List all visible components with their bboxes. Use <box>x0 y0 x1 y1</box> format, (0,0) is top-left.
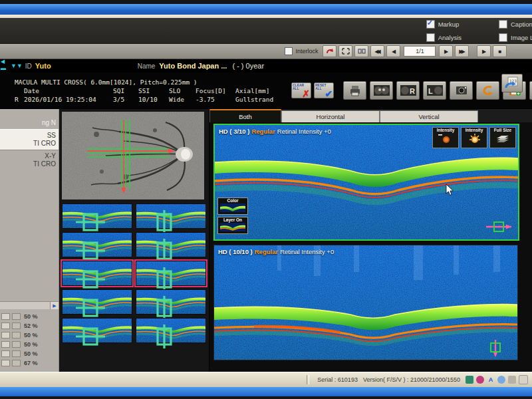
version-text: Version( F/S/V ) : 21000/21000/1550 <box>363 376 460 383</box>
color-preview-icon <box>220 203 245 212</box>
quality-percent-value: 67 % <box>24 360 38 366</box>
tray-app-icon[interactable] <box>476 376 484 384</box>
page-indicator[interactable]: 1/1 <box>404 46 436 57</box>
intensity-minus-button[interactable]: Intensity <box>432 127 459 148</box>
quality-list-item[interactable]: 50 % <box>1 340 57 349</box>
both-eyes-icon[interactable] <box>370 81 393 100</box>
scan-chip-icon <box>1 350 10 357</box>
scan-tree-item[interactable]: SSTI CRO <box>0 129 59 150</box>
bscan-thumbnail[interactable] <box>62 203 132 229</box>
reset-all-button[interactable]: RESET ALL✔ <box>314 82 334 98</box>
bscan-thumbnail[interactable] <box>136 261 206 286</box>
slo-panel <box>59 109 209 372</box>
bright-bulb-icon <box>467 133 481 145</box>
export-icon[interactable] <box>529 81 532 100</box>
undo-icon[interactable] <box>476 81 499 100</box>
bscan-thumbnail[interactable] <box>136 203 206 229</box>
quality-list-item[interactable]: 52 % <box>1 321 57 331</box>
reset-all-check-icon: ✔ <box>325 88 332 98</box>
layer-on-button[interactable]: Layer On <box>217 217 248 234</box>
scan-tree-item[interactable]: X-YTI CRO <box>0 150 59 170</box>
horizontal-marker-icon <box>56 210 125 234</box>
quality-list-item[interactable]: 67 % <box>1 358 57 368</box>
bscan-thumbnail[interactable] <box>62 232 132 257</box>
printer-icon[interactable] <box>343 81 366 100</box>
last-page-icon[interactable]: ▶▶ <box>455 45 469 57</box>
play-icon[interactable]: ▶ <box>477 45 491 57</box>
layer-preview-icon <box>220 223 245 231</box>
scan-chip-icon <box>1 313 10 320</box>
quality-list-item[interactable]: 50 % <box>1 331 57 340</box>
bscan-thumbnail[interactable] <box>62 289 132 315</box>
caption-checkbox[interactable]: Caption <box>499 20 532 29</box>
numbers-export-button[interactable]: 123 123 <box>501 74 523 92</box>
right-eye-icon[interactable]: R <box>396 81 420 100</box>
tray-more-icon[interactable] <box>519 375 528 384</box>
tab-vertical[interactable]: Vertical <box>380 110 478 122</box>
monitor-bezel-blue <box>0 4 532 15</box>
quality-percent-value: 50 % <box>24 341 38 348</box>
ime-a-icon[interactable]: A <box>487 376 495 384</box>
bscan-thumbnail[interactable] <box>136 289 206 315</box>
tray-tool-icon[interactable] <box>508 376 516 384</box>
collapse-minus-icon[interactable]: ▬ <box>1 66 7 71</box>
monitor-bezel-bottom-blue <box>0 387 532 396</box>
analysis-checkbox[interactable]: Analysis <box>426 33 462 42</box>
date-value: 2026/01/16 19:25:04 <box>24 95 113 104</box>
patient-id-value: Yuto <box>35 62 51 70</box>
quality-percent-value: 50 % <box>24 332 38 338</box>
horizontal-marker-icon <box>56 267 125 291</box>
collapse-arrow-icon[interactable]: ◀ <box>1 59 7 65</box>
interlock-checkbox[interactable]: Interlock <box>285 47 318 55</box>
prev-page-icon[interactable]: ◀ <box>386 45 400 57</box>
quality-list-item[interactable]: 50 % <box>1 312 57 321</box>
oct-workstation-screen: Markup Analysis Caption Image L Interloc… <box>0 0 532 399</box>
checkbox-icon <box>426 20 435 29</box>
bscan-thumbnail[interactable] <box>136 318 206 343</box>
serial-text: Serial : 610193 <box>317 376 358 383</box>
bscan-thumbnail[interactable] <box>136 232 206 257</box>
bscan-thumbnail[interactable] <box>62 318 132 343</box>
tray-globe-icon[interactable] <box>497 376 505 384</box>
bscan-thumbnail[interactable] <box>62 261 132 286</box>
col-focus: Focus[D] <box>196 86 235 95</box>
camera-icon[interactable] <box>450 81 473 100</box>
image-l-checkbox[interactable]: Image L <box>499 33 532 42</box>
scan-tree: ng N SSTI CRO X-YTI CRO <box>0 109 59 170</box>
horizontal-marker-icon <box>56 296 125 320</box>
display-options-toolbar: Markup Analysis Caption Image L <box>0 18 532 44</box>
fundus-slo-image[interactable] <box>62 112 204 200</box>
full-size-cube-icon <box>495 133 511 145</box>
vertical-marker-icon <box>130 267 199 291</box>
sidebar-scrollbar[interactable]: ▶ <box>0 301 59 309</box>
first-page-icon[interactable]: ◀◀ <box>370 45 384 57</box>
focus-value: -3.75 <box>196 95 235 104</box>
tile-view-icon[interactable] <box>354 45 368 57</box>
tab-horizontal[interactable]: Horizontal <box>281 110 380 122</box>
col-date: Date <box>24 86 113 95</box>
intensity-plus-button[interactable]: Intensity <box>461 127 487 148</box>
markup-checkbox[interactable]: Markup <box>426 20 462 29</box>
clear-all-button[interactable]: CLEAR ALL✗ <box>291 82 311 98</box>
scan-chip-icon <box>12 323 21 329</box>
next-page-icon[interactable]: ▶ <box>439 45 453 57</box>
color-mode-button[interactable]: Color <box>217 198 248 215</box>
full-size-button[interactable]: Full Size <box>489 127 516 148</box>
scan-chip-icon <box>1 360 10 366</box>
scan-chip-icon <box>1 332 10 338</box>
quality-list-item[interactable]: 50 % <box>1 349 57 358</box>
mouse-cursor <box>446 184 455 196</box>
left-eye-icon[interactable]: L <box>423 81 446 100</box>
bscan-label: HD ( 10/10 )RegularRetinal Intensity +0 <box>218 248 334 255</box>
svg-text:L: L <box>428 87 433 95</box>
patient-name-value: Yuto Bond Japan ... <box>159 62 227 70</box>
pan-icon[interactable] <box>323 45 336 57</box>
tray-status-icon[interactable] <box>466 376 473 384</box>
stop-icon[interactable]: ■ <box>493 45 507 57</box>
vertical-marker-icon <box>130 210 199 234</box>
horizontal-bscan-image[interactable]: HD ( 3/10 )RegularRetinal Intensity +0 I… <box>213 124 519 241</box>
vertical-bscan-image[interactable]: HD ( 10/10 )RegularRetinal Intensity +0 <box>213 245 518 360</box>
tab-both[interactable]: Both <box>209 109 281 122</box>
scan-tree-item[interactable]: ng N <box>0 117 59 129</box>
fit-screen-icon[interactable] <box>338 45 352 57</box>
